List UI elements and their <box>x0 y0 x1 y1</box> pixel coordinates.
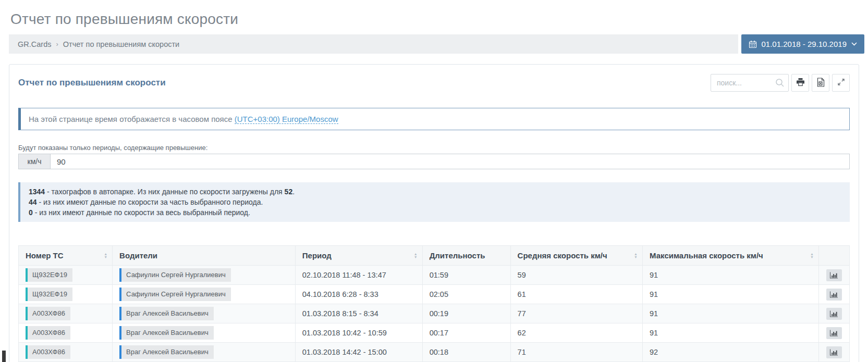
column-header-label: Период <box>302 251 332 260</box>
table-row: Щ932ЕФ19Сафиулин Сергей Нургалиевич04.10… <box>19 285 850 304</box>
date-range-value: 01.01.2018 - 29.10.2019 <box>762 40 847 48</box>
driver-badge[interactable]: Сафиулин Сергей Нургалиевич <box>119 288 231 301</box>
avg-speed-cell: 59 <box>510 266 642 285</box>
search-icon <box>775 78 785 90</box>
max-speed-cell: 91 <box>643 323 819 343</box>
sort-icon: ▲▼ <box>634 253 638 259</box>
column-header-label: Длительность <box>430 251 485 260</box>
column-header: Водители <box>113 246 296 266</box>
duration-cell: 01:59 <box>422 266 510 285</box>
show-chart-button[interactable] <box>826 327 842 339</box>
timezone-notice: На этой странице время отображается в ча… <box>18 108 850 130</box>
page-title: Отчет по превышениям скорости <box>10 11 868 28</box>
sort-icon: ▲▼ <box>414 253 418 259</box>
driver-cell: Враг Алексей Васильевич <box>113 323 296 343</box>
print-button[interactable] <box>791 74 809 92</box>
driver-badge[interactable]: Сафиулин Сергей Нургалиевич <box>119 268 231 282</box>
duration-cell: 00:17 <box>422 323 510 343</box>
column-header-label: Средняя скорость км/ч <box>518 251 607 260</box>
date-range-button[interactable]: 01.01.2018 - 29.10.2019 <box>741 34 864 54</box>
panel-header: Отчет по превышениям скорости <box>18 74 850 92</box>
chart-cell <box>818 323 849 343</box>
threshold-input-group: км/ч <box>18 154 850 169</box>
period-cell: 04.10.2018 6:28 - 8:33 <box>295 285 422 304</box>
speed-threshold-input[interactable] <box>51 154 850 169</box>
violations-table: Номер ТС▲▼ВодителиПериод▲▼ДлительностьСр… <box>18 245 850 362</box>
show-chart-button[interactable] <box>826 289 842 301</box>
avg-speed-cell: 71 <box>510 343 642 362</box>
driver-cell: Сафиулин Сергей Нургалиевич <box>113 285 296 304</box>
max-speed-cell: 92 <box>643 343 819 362</box>
period-cell: 01.03.2018 14:42 - 15:00 <box>295 343 422 362</box>
topbar: GR.Cards › Отчет по превышениям скорости… <box>0 34 868 54</box>
vehicle-cell: Щ932ЕФ19 <box>19 285 113 304</box>
avg-speed-cell: 62 <box>510 323 642 343</box>
chart-cell <box>818 343 849 362</box>
bar-chart-icon <box>830 291 838 298</box>
page: Отчет по превышениям скорости GR.Cards ›… <box>0 11 868 362</box>
bar-chart-icon <box>830 349 838 356</box>
expand-button[interactable] <box>832 74 850 92</box>
column-header[interactable]: Период▲▼ <box>295 246 422 266</box>
calendar-icon <box>749 40 757 48</box>
bar-chart-icon <box>830 310 838 317</box>
driver-cell: Враг Алексей Васильевич <box>113 304 296 323</box>
breadcrumb-root[interactable]: GR.Cards <box>18 40 51 48</box>
vehicle-cell: А003ХФ86 <box>19 323 113 343</box>
report-panel: Отчет по превышениям скорости <box>9 64 859 362</box>
column-header[interactable]: Максимальная скорость км/ч▲▼ <box>643 246 819 266</box>
column-header[interactable]: Средняя скорость км/ч▲▼ <box>510 246 642 266</box>
timezone-link[interactable]: (UTC+03:00) Europe/Moscow <box>235 115 338 124</box>
chevron-down-icon <box>851 42 857 46</box>
summary-line: 44 - из них имеют данные по скорости за … <box>29 197 841 207</box>
speed-unit-addon: км/ч <box>18 154 51 169</box>
show-chart-button[interactable] <box>826 269 842 281</box>
bottom-left-strip <box>2 351 6 362</box>
excel-file-icon <box>816 78 825 89</box>
driver-badge[interactable]: Враг Алексей Васильевич <box>119 345 214 359</box>
table-row: А003ХФ86Враг Алексей Васильевич01.03.201… <box>19 304 850 323</box>
duration-cell: 00:18 <box>422 343 510 362</box>
show-chart-button[interactable] <box>826 346 842 358</box>
chart-cell <box>818 304 849 323</box>
avg-speed-cell: 61 <box>510 285 642 304</box>
period-cell: 01.03.2018 8:15 - 8:34 <box>295 304 422 323</box>
vehicle-cell: А003ХФ86 <box>19 343 113 362</box>
sort-icon: ▲▼ <box>104 253 107 259</box>
duration-cell: 02:05 <box>422 285 510 304</box>
table-header-row: Номер ТС▲▼ВодителиПериод▲▼ДлительностьСр… <box>19 246 850 266</box>
vehicle-badge[interactable]: А003ХФ86 <box>26 326 70 340</box>
panel-title: Отчет по превышениям скорости <box>18 78 166 88</box>
duration-cell: 00:19 <box>422 304 510 323</box>
vehicle-badge[interactable]: Щ932ЕФ19 <box>26 288 72 301</box>
bar-chart-icon <box>830 272 838 279</box>
table-row: А003ХФ86Враг Алексей Васильевич01.03.201… <box>19 343 850 362</box>
column-header[interactable]: Номер ТС▲▼ <box>19 246 113 266</box>
vehicle-cell: Щ932ЕФ19 <box>19 266 113 285</box>
threshold-label: Будут показаны только периоды, содержащи… <box>18 144 850 152</box>
column-header: Длительность <box>422 246 510 266</box>
max-speed-cell: 91 <box>643 266 819 285</box>
summary-line: 1344 - тахографов в автопарке. Из них да… <box>29 186 841 197</box>
vehicle-badge[interactable]: Щ932ЕФ19 <box>26 268 72 282</box>
max-speed-cell: 91 <box>643 285 819 304</box>
driver-badge[interactable]: Враг Алексей Васильевич <box>119 307 214 320</box>
summary-box: 1344 - тахографов в автопарке. Из них да… <box>18 182 850 222</box>
column-header-label: Номер ТС <box>26 251 64 260</box>
sort-icon: ▲▼ <box>810 253 814 259</box>
period-cell: 02.10.2018 11:48 - 13:47 <box>295 266 422 285</box>
timezone-notice-text: На этой странице время отображается в ча… <box>29 115 235 123</box>
driver-badge[interactable]: Враг Алексей Васильевич <box>119 326 214 340</box>
show-chart-button[interactable] <box>826 308 842 320</box>
period-cell: 01.03.2018 10:42 - 10:59 <box>295 323 422 343</box>
export-excel-button[interactable] <box>812 74 829 92</box>
expand-icon <box>837 78 845 88</box>
column-header-label: Водители <box>119 251 157 260</box>
panel-controls <box>711 74 850 92</box>
table-row: А003ХФ86Враг Алексей Васильевич01.03.201… <box>19 323 850 343</box>
chart-cell <box>818 266 849 285</box>
column-header <box>818 246 849 266</box>
vehicle-badge[interactable]: А003ХФ86 <box>26 345 70 359</box>
printer-icon <box>796 78 805 88</box>
vehicle-badge[interactable]: А003ХФ86 <box>26 307 70 320</box>
